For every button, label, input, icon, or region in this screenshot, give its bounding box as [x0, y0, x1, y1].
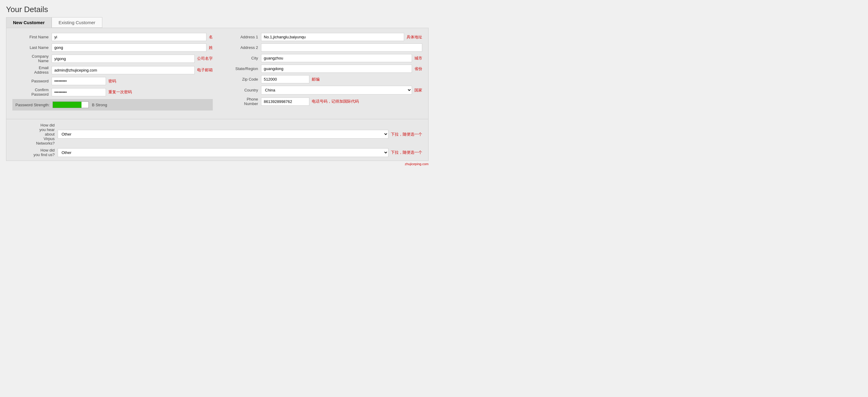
address1-row: Address 1 具体地址: [222, 33, 422, 41]
watermark: zhujiceping.com: [6, 162, 429, 166]
company-name-input[interactable]: [52, 55, 195, 63]
country-select[interactable]: China United States United Kingdom Other: [261, 86, 412, 94]
strength-bar-container: [53, 101, 89, 108]
state-row: State/Region 省份: [222, 65, 422, 73]
email-annotation: 电子邮箱: [197, 67, 213, 73]
confirm-password-label: ConfirmPassword: [12, 88, 49, 97]
email-label: EmailAddress: [12, 65, 49, 74]
last-name-input[interactable]: [52, 43, 207, 52]
confirm-password-input[interactable]: [52, 88, 106, 96]
password-strength-label: Password Strength:: [16, 103, 50, 107]
phone-annotation: 电话号码，记得加国际代码: [312, 99, 359, 104]
tabs-container: New Customer Existing Customer: [6, 17, 429, 28]
tab-new-customer[interactable]: New Customer: [6, 17, 52, 28]
city-annotation: 城市: [414, 56, 422, 61]
password-label: Password: [12, 79, 49, 83]
phone-row: PhoneNumber 电话号码，记得加国际代码: [222, 97, 422, 106]
confirm-password-row: ConfirmPassword 重复一次密码: [12, 88, 213, 97]
form-right: Address 1 具体地址 Address 2 City 城市 State/R…: [222, 33, 422, 113]
tab-existing-customer[interactable]: Existing Customer: [52, 17, 102, 28]
find-us-label: How didyou find us?: [12, 148, 55, 157]
last-name-label: Last Name: [12, 45, 49, 50]
phone-input[interactable]: [261, 97, 309, 106]
company-name-row: CompanyName 公司名字: [12, 54, 213, 63]
address2-label: Address 2: [222, 45, 258, 50]
first-name-label: First Name: [12, 35, 49, 39]
page-title: Your Details: [6, 5, 429, 14]
country-row: Country China United States United Kingd…: [222, 86, 422, 94]
page-container: Your Details New Customer Existing Custo…: [0, 0, 435, 171]
bottom-section: How didyou hearaboutVirpusNetworks? Othe…: [6, 119, 429, 161]
find-us-select[interactable]: Other Google Friend Advertisement: [58, 148, 389, 157]
password-strength-row: Password Strength: B Strong: [12, 99, 213, 111]
password-input[interactable]: [52, 77, 106, 85]
address1-annotation: 具体地址: [406, 34, 422, 40]
first-name-input[interactable]: [52, 33, 207, 41]
hear-about-annotation: 下拉，随便选一个: [391, 132, 422, 137]
password-annotation: 密码: [108, 79, 116, 84]
hear-about-select[interactable]: Other Google Friend Advertisement: [58, 130, 389, 139]
last-name-annotation: 姓: [209, 45, 213, 51]
company-name-label: CompanyName: [12, 54, 49, 63]
city-label: City: [222, 56, 258, 60]
phone-label: PhoneNumber: [222, 97, 258, 106]
email-row: EmailAddress 电子邮箱: [12, 65, 213, 74]
last-name-row: Last Name 姓: [12, 43, 213, 52]
state-label: State/Region: [222, 66, 258, 71]
hear-about-label: How didyou hearaboutVirpusNetworks?: [12, 123, 55, 146]
find-us-row: How didyou find us? Other Google Friend …: [12, 148, 422, 157]
address2-input[interactable]: [261, 43, 422, 52]
company-name-annotation: 公司名字: [197, 56, 213, 61]
country-label: Country: [222, 88, 258, 92]
city-row: City 城市: [222, 54, 422, 62]
form-left: First Name 名 Last Name 姓 CompanyName 公司名…: [12, 33, 213, 113]
state-input[interactable]: [261, 65, 412, 73]
zip-annotation: 邮编: [312, 77, 320, 82]
zip-row: Zip Code 邮编: [222, 75, 422, 83]
strength-bar-fill: [53, 102, 81, 108]
country-annotation: 国家: [414, 88, 422, 93]
city-input[interactable]: [261, 54, 412, 62]
hear-about-row: How didyou hearaboutVirpusNetworks? Othe…: [12, 123, 422, 146]
strength-text: B Strong: [92, 103, 107, 107]
address1-input[interactable]: [261, 33, 404, 41]
email-input[interactable]: [52, 66, 195, 74]
zip-input[interactable]: [261, 75, 309, 83]
first-name-row: First Name 名: [12, 33, 213, 41]
first-name-annotation: 名: [209, 34, 213, 40]
find-us-annotation: 下拉，随便选一个: [391, 150, 422, 155]
address1-label: Address 1: [222, 35, 258, 39]
confirm-password-annotation: 重复一次密码: [108, 89, 132, 95]
state-annotation: 省份: [414, 66, 422, 71]
password-row: Password 密码: [12, 77, 213, 85]
form-panel: First Name 名 Last Name 姓 CompanyName 公司名…: [6, 28, 429, 119]
address2-row: Address 2: [222, 43, 422, 52]
zip-label: Zip Code: [222, 77, 258, 82]
